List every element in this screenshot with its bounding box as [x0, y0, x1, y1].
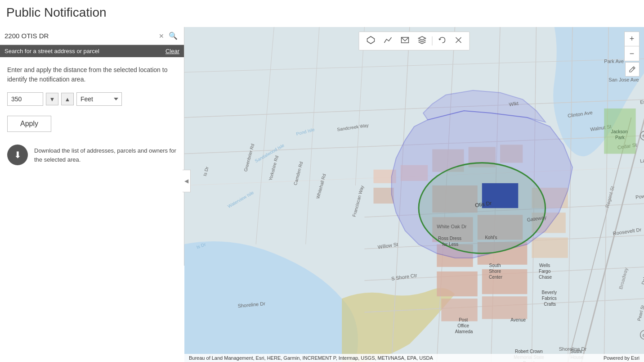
polygon-tool-button[interactable]	[363, 34, 379, 48]
svg-text:Shoreline Dr: Shoreline Dr	[559, 346, 587, 352]
search-bar: ✕ 🔍	[0, 27, 184, 45]
svg-marker-91	[367, 36, 375, 44]
svg-marker-93	[419, 36, 426, 40]
page-title: Public Notification	[6, 5, 107, 20]
zoom-out-button[interactable]: −	[625, 46, 639, 61]
svg-text:Kohl's: Kohl's	[485, 235, 497, 240]
download-row: ⬇ Download the list of addresses, parcel…	[7, 145, 177, 165]
map-container: Otis Dr White Oak Dr Gateway Ross Dress …	[184, 27, 644, 362]
download-text: Download the list of addresses, parcels …	[34, 145, 177, 164]
clear-button[interactable]: Clear	[165, 48, 179, 54]
svg-text:Beverly
      Fabrics
      Cr: Beverly Fabrics Crafts	[541, 290, 558, 307]
svg-text:San Jose Ave: San Jose Ave	[608, 77, 639, 82]
distance-row: ▼ ▲ Feet Meters Miles Kilometers	[7, 92, 177, 106]
polyline-icon	[384, 36, 393, 45]
zoom-controls: + −	[624, 32, 640, 61]
svg-text:Wells
      Fargo
      Chase: Wells Fargo Chase	[539, 263, 552, 280]
unit-select[interactable]: Feet Meters Miles Kilometers	[76, 92, 122, 106]
map-toolbar	[359, 32, 470, 50]
search-hint-bar: Search for a street address or parcel Cl…	[0, 45, 184, 57]
download-icon: ⬇	[14, 149, 22, 160]
toolbar-close-button[interactable]	[452, 35, 466, 47]
svg-rect-33	[482, 296, 528, 319]
attribution-bar: Bureau of Land Management, Esri, HERE, G…	[184, 354, 644, 362]
clear-x-button[interactable]: ✕	[159, 32, 164, 40]
zoom-in-button[interactable]: +	[625, 32, 639, 46]
attribution-left: Bureau of Land Management, Esri, HERE, G…	[189, 355, 433, 361]
close-icon	[455, 36, 462, 44]
toolbar-divider	[432, 36, 433, 45]
edit-button[interactable]	[625, 62, 640, 77]
svg-rect-23	[374, 188, 394, 204]
attribution-right: Powered by Esri	[604, 355, 640, 361]
envelope-tool-button[interactable]	[397, 34, 413, 48]
search-button[interactable]: 🔍	[167, 31, 179, 41]
sidebar-body: Enter and apply the distance from the se…	[0, 57, 184, 173]
envelope-icon	[401, 36, 410, 45]
collapse-panel-button[interactable]: ◀	[183, 170, 191, 192]
sidebar-panel: ✕ 🔍 Search for a street address or parce…	[0, 27, 184, 266]
svg-text:White Oak Dr: White Oak Dr	[437, 224, 467, 229]
layers-tool-button[interactable]	[414, 34, 430, 48]
collapse-icon: ◀	[184, 178, 188, 184]
polyline-tool-button[interactable]	[380, 34, 396, 48]
svg-line-96	[633, 68, 634, 69]
map-background: Otis Dr White Oak Dr Gateway Ross Dress …	[184, 27, 644, 362]
undo-icon	[438, 36, 447, 45]
pencil-icon	[629, 66, 636, 73]
svg-rect-30	[437, 272, 477, 296]
svg-text:Park Ave: Park Ave	[604, 59, 624, 64]
search-placeholder-text: Search for a street address or parcel	[4, 48, 99, 54]
description-text: Enter and apply the distance from the se…	[7, 65, 177, 84]
undo-button[interactable]	[434, 34, 451, 48]
distance-input[interactable]	[7, 92, 43, 106]
distance-decrement-button[interactable]: ▼	[46, 93, 58, 105]
svg-text:Avenue: Avenue	[510, 317, 526, 322]
distance-increment-button[interactable]: ▲	[61, 93, 74, 105]
layers-icon	[418, 36, 427, 45]
download-button[interactable]: ⬇	[7, 145, 28, 165]
svg-text:South
      Shore
      Center: South Shore Center	[489, 263, 503, 280]
polygon-icon	[367, 36, 376, 45]
apply-button[interactable]: Apply	[7, 116, 51, 132]
search-input[interactable]	[4, 32, 156, 40]
svg-rect-39	[532, 238, 568, 258]
